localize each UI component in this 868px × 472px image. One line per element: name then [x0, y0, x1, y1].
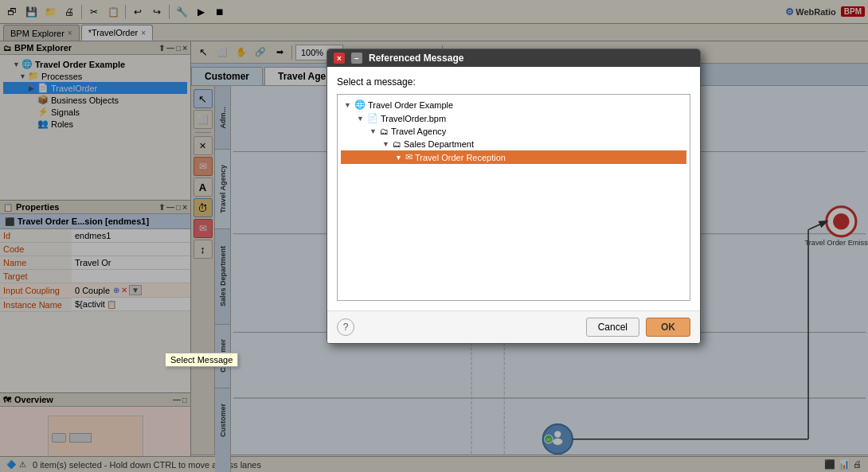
modal-tree-item-travel-agency[interactable]: ▼ 🗂 Travel Agency [341, 125, 686, 138]
modal-body: Select a message: ▼ 🌐 Travel Order Examp… [327, 67, 700, 310]
modal-tree-item-bpm[interactable]: ▼ 📄 TravelOrder.bpm [341, 111, 686, 125]
modal-tree-item-reception[interactable]: ▼ ✉ Travel Order Reception [341, 150, 686, 164]
select-message-label: Select a message: [337, 76, 690, 88]
modal-tree-item-sales[interactable]: ▼ 🗂 Sales Department [341, 138, 686, 150]
modal-footer: ? Cancel OK [327, 310, 700, 343]
modal-help-btn[interactable]: ? [337, 318, 354, 336]
modal-titlebar: × − Referenced Message [327, 49, 700, 67]
modal-tree-item-toe[interactable]: ▼ 🌐 Travel Order Example [341, 98, 686, 111]
modal-tree[interactable]: ▼ 🌐 Travel Order Example ▼ 📄 TravelOrder… [337, 94, 690, 301]
modal-label-reception: Travel Order Reception [415, 153, 506, 162]
modal-title: Referenced Message [369, 53, 463, 64]
modal-tree-arrow: ▼ [382, 140, 390, 148]
modal-label-bpm: TravelOrder.bpm [381, 114, 446, 123]
modal-tree-arrow: ▼ [357, 115, 365, 123]
modal-overlay: × − Referenced Message Select a message:… [0, 0, 868, 472]
referenced-message-dialog: × − Referenced Message Select a message:… [326, 49, 701, 344]
modal-label-travel-agency: Travel Agency [391, 127, 446, 136]
modal-ok-btn[interactable]: OK [646, 318, 690, 337]
modal-tree-arrow: ▼ [369, 127, 377, 135]
modal-tree-arrow: ▼ [344, 101, 352, 109]
modal-label-sales: Sales Department [404, 139, 474, 149]
modal-close-btn[interactable]: × [334, 53, 345, 64]
modal-button-group: Cancel OK [586, 318, 690, 337]
modal-min-btn[interactable]: − [351, 53, 362, 64]
modal-cancel-btn[interactable]: Cancel [586, 318, 639, 337]
modal-tree-arrow: ▼ [395, 154, 403, 162]
modal-label-toe: Travel Order Example [368, 100, 453, 110]
